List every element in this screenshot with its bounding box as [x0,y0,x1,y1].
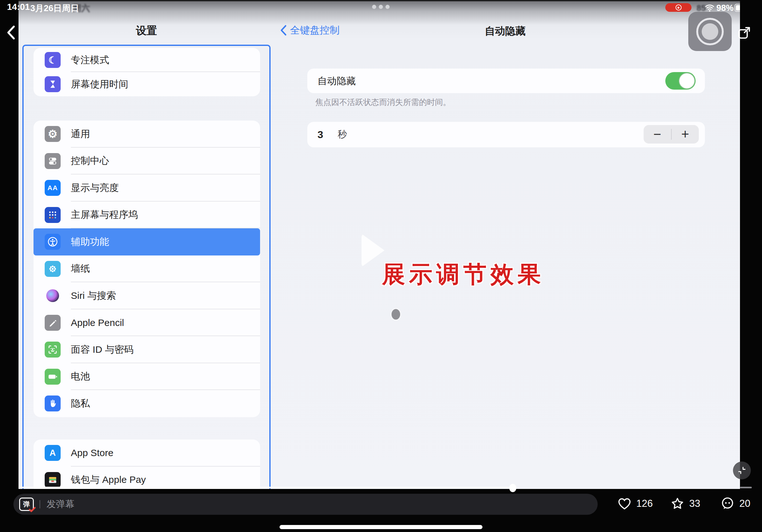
mini-player-button[interactable] [733,461,751,479]
wallet-icon [45,472,61,488]
danmaku-divider [39,500,40,508]
auto-hide-description: 焦点因不活跃状态而消失所需的时间。 [315,97,451,107]
screentime-icon [45,76,61,92]
favorite-count: 33 [689,498,700,509]
sidebar-item-label: 通用 [71,128,90,141]
gear-icon: ⚙ [45,126,61,142]
back-label: 全键盘控制 [290,24,340,37]
clock: 14:01 [7,2,30,12]
comment-button[interactable]: 20 [720,496,750,511]
sidebar-item-label: 控制中心 [71,154,109,167]
appstore-icon: A [45,445,61,461]
sidebar-item-label: 墙纸 [71,262,90,275]
battery-icon [734,4,740,12]
sidebar-item-siri[interactable]: Siri 与搜索 [34,282,260,309]
sidebar-item-faceid[interactable]: 面容 ID 与密码 [34,336,260,363]
video-surface[interactable]: 周六 3月26日周日 85 98% 设置 ☾专注模式屏幕使用时间⚙通用控制中心A… [19,0,740,489]
sidebar-item-label: 钱包与 Apple Pay [71,473,146,486]
sidebar-item-focus[interactable]: ☾专注模式 [34,48,260,72]
sidebar-item-label: 屏幕使用时间 [71,78,128,91]
player-top-gradient [19,0,740,25]
sidebar-item-label: 专注模式 [71,54,109,67]
controlcenter-icon [45,153,61,169]
accessibility-icon [45,234,61,250]
video-top-edge [19,0,740,1]
auto-hide-toggle[interactable] [665,72,696,90]
privacy-icon [45,395,61,412]
display-icon: AA [45,180,61,196]
sidebar-item-privacy[interactable]: 隐私 [34,390,260,417]
decrement-button[interactable]: − [644,125,671,144]
settings-title: 设置 [22,24,270,38]
sidebar-item-label: App Store [71,447,113,458]
wallpaper-icon [45,261,61,277]
homescreen-icon [45,207,61,223]
sidebar-group: ⚙通用控制中心AA显示与亮度主屏幕与程序坞辅助功能墙纸Siri 与搜索Apple… [34,120,260,417]
sidebar-item-label: 面容 ID 与密码 [71,343,134,356]
sidebar-item-label: 电池 [71,370,90,383]
back-to-keyboard-control[interactable]: 全键盘控制 [280,24,340,37]
sidebar-item-wallet[interactable]: 钱包与 Apple Pay [34,467,260,489]
duration-stepper: − + [644,125,699,144]
star-icon [670,496,685,511]
play-button[interactable] [361,234,385,267]
sidebar-item-accessibility[interactable]: 辅助功能 [34,229,260,255]
comment-icon [720,496,735,511]
seekbar-remaining[interactable] [740,487,752,488]
sidebar-item-label: Siri 与搜索 [71,289,116,302]
sidebar-item-gear[interactable]: ⚙通用 [34,120,260,148]
screen-recording-indicator[interactable] [665,3,692,12]
sidebar-item-controlcenter[interactable]: 控制中心 [34,148,260,175]
record-icon [675,4,682,11]
siri-icon [45,288,61,303]
multitask-dots-icon [372,5,390,9]
duration-unit: 秒 [338,128,347,141]
resize-icon [736,465,747,476]
share-icon[interactable] [737,26,751,40]
like-count: 126 [636,498,653,509]
duration-value: 3 [318,129,323,141]
favorite-button[interactable]: 33 [670,496,700,511]
sidebar-item-label: 主屏幕与程序坞 [71,208,138,221]
sidebar-item-wallpaper[interactable]: 墙纸 [34,255,260,283]
pointer-cursor [392,309,400,320]
sidebar-item-label: 隐私 [71,397,90,410]
focus-icon: ☾ [45,52,61,68]
sidebar-item-display[interactable]: AA显示与亮度 [34,174,260,202]
faceid-icon [45,342,61,358]
heart-icon [617,496,632,511]
sidebar-item-screentime[interactable]: 屏幕使用时间 [34,72,260,96]
danmaku-input-bar[interactable]: 弹 发弹幕 [13,494,598,515]
seekbar-played[interactable] [19,487,513,488]
home-indicator [279,525,483,529]
detail-title: 自动隐藏 [410,24,601,38]
auto-hide-label: 自动隐藏 [318,74,356,87]
seekbar-thumb[interactable] [509,484,516,492]
like-button[interactable]: 126 [617,496,653,511]
danmaku-check-icon [29,507,36,512]
player-back-icon[interactable] [5,25,17,40]
sidebar-group: ☾专注模式屏幕使用时间 [34,48,260,96]
sidebar-item-label: 显示与亮度 [71,181,119,195]
increment-button[interactable]: + [672,125,699,144]
screen: 周六 3月26日周日 85 98% 设置 ☾专注模式屏幕使用时间⚙通用控制中心A… [0,0,762,532]
sidebar-group: AApp Store钱包与 Apple Pay [34,439,260,489]
comment-count: 20 [739,498,750,509]
sidebar-item-pencil[interactable]: Apple Pencil [34,309,260,337]
wifi-icon [705,4,715,12]
sidebar-item-homescreen[interactable]: 主屏幕与程序坞 [34,202,260,229]
battery-icon [45,369,61,385]
sidebar-item-appstore[interactable]: AApp Store [34,439,260,467]
status-date: 3月26日周日 [30,3,79,14]
sidebar-item-label: Apple Pencil [71,317,124,328]
record-button-ring-icon [696,18,724,45]
duration-card: 3 秒 − + [307,122,705,147]
record-button-overlay[interactable] [688,12,732,51]
sidebar-item-battery[interactable]: 电池 [34,363,260,390]
sidebar-item-label: 辅助功能 [71,235,109,248]
chevron-left-icon [280,25,287,36]
danmaku-badge-icon[interactable]: 弹 [19,498,34,511]
auto-hide-card: 自动隐藏 [307,69,705,93]
toggle-knob [679,73,695,89]
video-caption: 展示调节效果 [382,259,545,291]
